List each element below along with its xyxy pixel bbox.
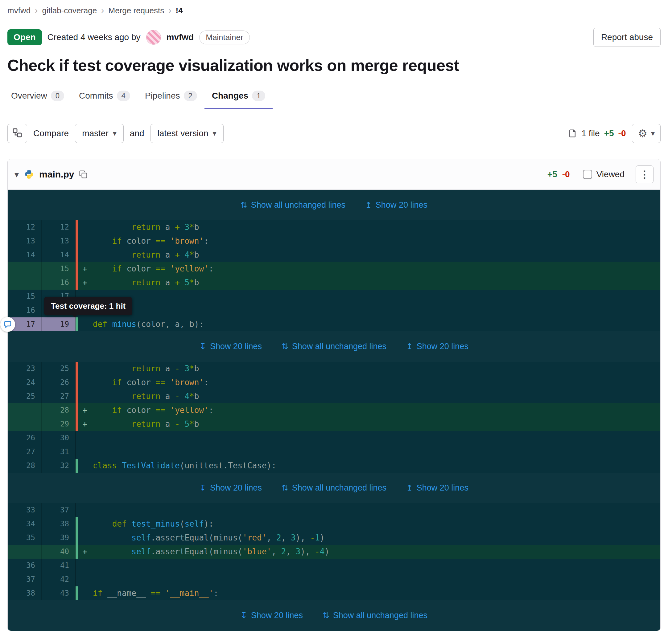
diff-sign	[78, 431, 92, 445]
author-avatar[interactable]	[146, 30, 161, 45]
new-line-number[interactable]: 26	[42, 376, 76, 390]
old-line-number[interactable]: 16	[8, 303, 42, 317]
new-line-number[interactable]: 28	[42, 403, 76, 417]
old-line-number[interactable]: 24	[8, 376, 42, 390]
code-line: return a - 3*b	[92, 362, 660, 376]
new-line-number[interactable]: 31	[42, 445, 76, 459]
old-line-number[interactable]: 13	[8, 234, 42, 248]
source-branch-dropdown[interactable]: master ▾	[75, 124, 124, 143]
diff-sign	[78, 362, 92, 376]
new-line-number[interactable]: 19	[42, 317, 76, 331]
coverage-bar	[76, 545, 78, 559]
expand-updown-link[interactable]: ⇅Show all unchanged lines	[282, 342, 386, 351]
expand-down-arrow-icon: ↧	[199, 483, 206, 493]
old-line-number[interactable]: 33	[8, 503, 42, 517]
new-line-number[interactable]: 37	[42, 503, 76, 517]
new-line-number[interactable]: 25	[42, 362, 76, 376]
new-line-number[interactable]: 32	[42, 459, 76, 473]
diff-file-panel: ▾ main.py +5 -0 Viewed	[7, 159, 661, 631]
new-line-number[interactable]: 13	[42, 234, 76, 248]
diff-sign	[78, 503, 92, 517]
new-line-number[interactable]: 41	[42, 559, 76, 572]
file-tree-toggle-button[interactable]	[7, 124, 27, 143]
coverage-bar	[76, 417, 78, 431]
diff-line-row: 2527 return a - 4*b	[8, 390, 660, 403]
expand-up-link[interactable]: ↥Show 20 lines	[365, 200, 427, 210]
collapse-file-chevron-icon[interactable]: ▾	[15, 170, 19, 179]
expand-up-link[interactable]: ↥Show 20 lines	[406, 342, 469, 351]
diff-settings-button[interactable]: ⚙ ▾	[632, 124, 661, 143]
coverage-bar	[76, 262, 78, 276]
diff-sign	[78, 572, 92, 586]
new-line-number[interactable]: 27	[42, 390, 76, 403]
new-line-number[interactable]: 16	[42, 276, 76, 289]
expand-down-link[interactable]: ↧Show 20 lines	[199, 342, 262, 351]
tab-commits[interactable]: Commits 4	[72, 84, 138, 109]
old-line-number[interactable]	[8, 262, 42, 276]
old-line-number[interactable]: 35	[8, 531, 42, 545]
old-line-number[interactable]: 37	[8, 572, 42, 586]
code-line: return a + 3*b	[92, 220, 660, 234]
coverage-bar	[76, 445, 78, 459]
old-line-number[interactable]	[8, 276, 42, 289]
old-line-number[interactable]: 34	[8, 517, 42, 531]
old-line-number[interactable]	[8, 545, 42, 559]
new-line-number[interactable]: 29	[42, 417, 76, 431]
expand-updown-link[interactable]: ⇅Show all unchanged lines	[282, 483, 386, 493]
old-line-number[interactable]: 27	[8, 445, 42, 459]
expand-down-link[interactable]: ↧Show 20 lines	[199, 483, 262, 493]
new-line-number[interactable]: 12	[42, 220, 76, 234]
new-line-number[interactable]: 43	[42, 586, 76, 600]
expand-up-link[interactable]: ↥Show 20 lines	[406, 483, 469, 493]
old-line-number[interactable]: 15	[8, 289, 42, 303]
new-line-number[interactable]: 42	[42, 572, 76, 586]
copy-file-path-button[interactable]	[79, 170, 88, 179]
old-line-number[interactable]: 14	[8, 248, 42, 262]
file-options-button[interactable]: ⋮	[636, 166, 653, 183]
target-version-value: latest version	[157, 128, 209, 138]
diff-sign: +	[78, 262, 92, 276]
status-badge: Open	[7, 29, 42, 45]
file-diff-stats: +5 -0	[547, 170, 570, 179]
target-version-dropdown[interactable]: latest version ▾	[151, 124, 224, 143]
old-line-number[interactable]: 25	[8, 390, 42, 403]
author-name[interactable]: mvfwd	[167, 32, 194, 42]
coverage-bar	[76, 572, 78, 586]
viewed-checkbox[interactable]	[583, 170, 592, 179]
old-line-number[interactable]: 38	[8, 586, 42, 600]
created-text: Created 4 weeks ago by	[47, 32, 141, 42]
tab-pipelines[interactable]: Pipelines 2	[138, 84, 204, 109]
page-title: Check if test coverage visualization wor…	[7, 56, 661, 75]
old-line-number[interactable]	[8, 403, 42, 417]
old-line-number[interactable]: 12	[8, 220, 42, 234]
tab-changes[interactable]: Changes 1	[204, 84, 273, 109]
old-line-number[interactable]: 28	[8, 459, 42, 473]
file-name[interactable]: main.py	[39, 169, 74, 179]
code-line: return a + 5*b	[92, 276, 660, 289]
new-line-number[interactable]: 40	[42, 545, 76, 559]
new-line-number[interactable]: 30	[42, 431, 76, 445]
old-line-number[interactable]: 23	[8, 362, 42, 376]
new-line-number[interactable]: 15	[42, 262, 76, 276]
breadcrumb-project[interactable]: gitlab-coverage	[42, 6, 97, 15]
new-line-number[interactable]: 14	[42, 248, 76, 262]
expand-down-link[interactable]: ↧Show 20 lines	[241, 611, 303, 620]
new-line-number[interactable]: 39	[42, 531, 76, 545]
old-line-number[interactable]: 26	[8, 431, 42, 445]
merge-request-page: mvfwd › gitlab-coverage › Merge requests…	[0, 0, 668, 640]
breadcrumb-merge-requests[interactable]: Merge requests	[109, 6, 164, 15]
tab-count: 4	[117, 91, 130, 101]
additions-count: +5	[604, 128, 614, 138]
comment-indicator[interactable]	[0, 317, 15, 332]
code-line: self.assertEqual(minus('red', 2, 3), -1)	[92, 531, 660, 545]
old-line-number[interactable]: 36	[8, 559, 42, 572]
new-line-number[interactable]: 38	[42, 517, 76, 531]
expand-down-arrow-icon: ↧	[199, 342, 206, 351]
expand-down-arrow-icon: ↧	[241, 611, 247, 620]
report-abuse-button[interactable]: Report abuse	[593, 28, 661, 47]
old-line-number[interactable]	[8, 417, 42, 431]
expand-updown-link[interactable]: ⇅Show all unchanged lines	[241, 200, 345, 210]
tab-overview[interactable]: Overview 0	[7, 84, 72, 109]
breadcrumb-group[interactable]: mvfwd	[7, 6, 31, 15]
expand-updown-link[interactable]: ⇅Show all unchanged lines	[323, 611, 427, 620]
